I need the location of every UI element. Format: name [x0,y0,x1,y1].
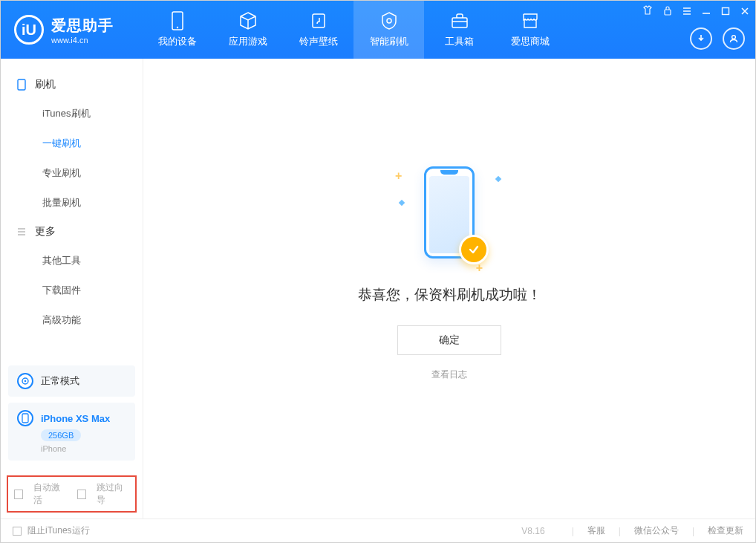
svg-rect-4 [452,18,467,27]
sidebar-item-download-firmware[interactable]: 下载固件 [1,276,143,305]
menu-icon[interactable] [682,6,691,18]
auto-activate-checkbox[interactable] [14,490,23,499]
sparkle-icon [399,200,405,206]
skip-guide-checkbox[interactable] [77,490,86,499]
success-message: 恭喜您，保资料刷机成功啦！ [358,285,541,305]
svg-rect-2 [313,14,325,27]
auto-activate-label: 自动激活 [33,481,66,507]
highlighted-options: 自动激活 跳过向导 [7,475,137,513]
svg-rect-8 [18,79,25,90]
nav-tab-ringtones[interactable]: 铃声壁纸 [283,1,353,59]
lock-icon[interactable] [663,5,672,18]
nav-label: 应用游戏 [229,35,267,48]
app-title: 爱思助手 [51,16,114,36]
maximize-icon[interactable] [721,6,730,18]
ok-button[interactable]: 确定 [397,325,501,355]
mode-label: 正常模式 [41,374,79,388]
shirt-icon[interactable] [642,5,653,18]
nav-label: 工具箱 [445,35,474,48]
svg-rect-11 [22,414,28,423]
sidebar-item-advanced[interactable]: 高级功能 [1,305,143,335]
account-button[interactable] [723,27,745,50]
nav-tab-store[interactable]: 爱思商城 [495,1,565,59]
mode-icon [17,373,33,389]
svg-rect-5 [665,10,671,15]
sidebar-item-onekey-flash[interactable]: 一键刷机 [1,129,143,158]
download-button[interactable] [690,27,712,50]
close-icon[interactable] [740,6,749,18]
group-more-header: 更多 [1,218,143,246]
statusbar: 阻止iTunes运行 V8.16 | 客服 | 微信公众号 | 检查更新 [1,518,755,542]
device-card[interactable]: iPhone XS Max 256GB iPhone [8,403,135,461]
nav-tab-device[interactable]: 我的设备 [142,1,212,59]
nav-label: 智能刷机 [370,35,408,48]
sidebar-item-pro-flash[interactable]: 专业刷机 [1,158,143,188]
svg-point-1 [176,27,177,28]
separator: | [692,526,694,536]
svg-point-3 [387,19,391,23]
svg-point-7 [732,36,736,39]
device-type: iPhone [41,444,66,453]
wechat-link[interactable]: 微信公众号 [634,524,679,537]
ringtone-icon [309,11,328,30]
sidebar-bottom: 正常模式 iPhone XS Max 256GB iPhone [1,358,143,474]
svg-point-10 [25,380,27,383]
group-title: 刷机 [35,78,56,91]
version-label: V8.16 [521,526,544,536]
nav-tab-toolbox[interactable]: 工具箱 [424,1,495,59]
device-icon [168,11,187,30]
sparkle-icon [495,176,501,182]
flash-icon [379,11,399,30]
sidebar-item-itunes-flash[interactable]: iTunes刷机 [1,99,143,129]
success-badge-icon [459,235,489,264]
group-flash-header: 刷机 [1,71,143,99]
app-body: 刷机 iTunes刷机 一键刷机 专业刷机 批量刷机 更多 其他工具 下载固件 … [1,59,755,518]
sidebar-item-batch-flash[interactable]: 批量刷机 [1,188,143,218]
nav-label: 爱思商城 [511,35,550,48]
group-title: 更多 [35,225,56,238]
device-storage: 256GB [41,429,81,441]
logo-text: 爱思助手 www.i4.cn [51,16,114,45]
nav-label: 我的设备 [158,35,197,48]
device-name: iPhone XS Max [41,413,110,424]
sidebar: 刷机 iTunes刷机 一键刷机 专业刷机 批量刷机 更多 其他工具 下载固件 … [1,59,143,518]
cube-icon [238,11,258,30]
sidebar-item-other-tools[interactable]: 其他工具 [1,246,143,276]
success-illustration: + + [394,159,505,270]
phone-outline-icon [16,79,27,91]
app-header: iU 爱思助手 www.i4.cn 我的设备 应用游戏 铃声壁纸 [1,1,755,59]
window-controls [642,5,749,18]
sidebar-groups: 刷机 iTunes刷机 一键刷机 专业刷机 批量刷机 更多 其他工具 下载固件 … [1,59,143,358]
view-log-link[interactable]: 查看日志 [431,368,467,381]
logo-icon: iU [14,15,44,45]
logo-area: iU 爱思助手 www.i4.cn [1,1,142,59]
separator: | [619,526,621,536]
check-update-link[interactable]: 检查更新 [708,524,743,537]
app-website: www.i4.cn [51,36,114,45]
block-itunes-label: 阻止iTunes运行 [27,524,90,537]
nav-tabs: 我的设备 应用游戏 铃声壁纸 智能刷机 工具箱 [142,1,565,59]
skip-guide-label: 跳过向导 [97,481,129,507]
main-content: + + 恭喜您，保资料刷机成功啦！ 确定 查看日志 [143,59,755,518]
device-phone-icon [17,410,33,426]
mode-card[interactable]: 正常模式 [8,365,135,397]
sparkle-plus-icon: + [395,169,402,183]
nav-label: 铃声壁纸 [299,35,338,48]
nav-tab-apps[interactable]: 应用游戏 [212,1,283,59]
store-icon [521,11,540,30]
nav-tab-flash[interactable]: 智能刷机 [353,1,424,59]
svg-rect-6 [723,7,729,14]
block-itunes-checkbox[interactable] [13,527,22,536]
minimize-icon[interactable] [702,6,711,18]
support-link[interactable]: 客服 [587,524,605,537]
separator: | [572,526,574,536]
more-lines-icon [16,226,27,238]
toolbox-icon [450,11,469,30]
header-actions [690,27,745,50]
